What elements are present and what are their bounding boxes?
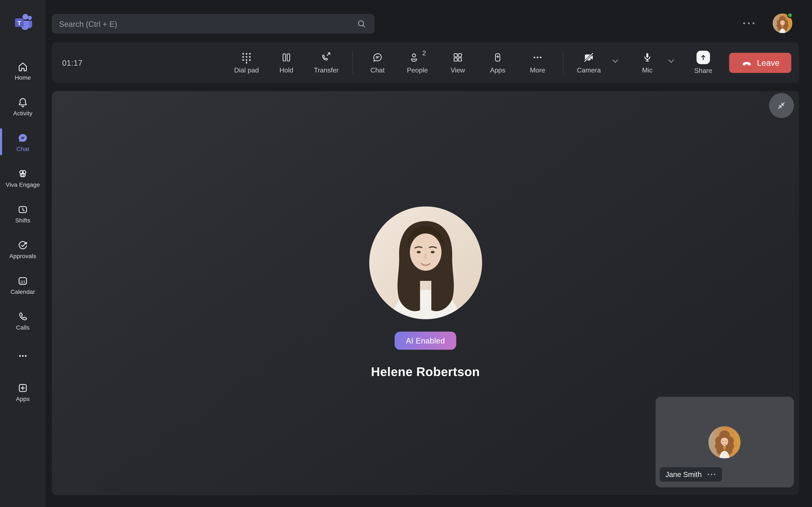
more-dots-icon bbox=[707, 472, 716, 476]
participant-count: 2 bbox=[422, 49, 426, 57]
view-grid-icon bbox=[452, 51, 464, 64]
camera-options-chevron-icon[interactable] bbox=[609, 55, 621, 67]
sidebar-item-label: Approvals bbox=[9, 252, 36, 259]
teams-call-window: T Home Activity bbox=[0, 0, 812, 507]
home-icon bbox=[16, 60, 29, 73]
toolbar-divider bbox=[352, 51, 353, 74]
sidebar-item-label: Viva Engage bbox=[6, 181, 40, 187]
sidebar-item-label: Home bbox=[15, 74, 31, 80]
view-button[interactable]: View bbox=[441, 43, 474, 83]
mic-toggle-button[interactable]: Mic bbox=[631, 43, 664, 83]
sidebar-item-label: Calendar bbox=[11, 288, 35, 294]
bell-icon bbox=[16, 96, 29, 108]
dial-pad-icon bbox=[240, 51, 253, 64]
teams-logo-icon: T bbox=[11, 11, 34, 34]
pip-name-pill: Jane Smith bbox=[660, 467, 722, 482]
camera-toggle-button[interactable]: Camera bbox=[572, 43, 605, 83]
approvals-check-icon bbox=[16, 239, 29, 251]
pip-participant-name: Jane Smith bbox=[665, 470, 702, 478]
hang-up-icon bbox=[741, 57, 752, 69]
main-participant-name: Helene Robertson bbox=[371, 365, 480, 379]
people-icon bbox=[409, 51, 421, 64]
leave-label: Leave bbox=[757, 58, 780, 68]
main-participant-avatar bbox=[369, 207, 482, 319]
sidebar-item-label: Apps bbox=[16, 395, 30, 402]
more-actions-button[interactable]: More bbox=[521, 43, 554, 83]
hold-pause-icon bbox=[280, 51, 293, 64]
avatar-image bbox=[708, 426, 741, 458]
selected-accent-bar bbox=[0, 128, 2, 155]
more-dots-icon bbox=[16, 350, 29, 362]
search-input[interactable] bbox=[59, 19, 356, 28]
sidebar-item-shifts[interactable]: Shifts bbox=[0, 199, 46, 228]
ai-enabled-badge: AI Enabled bbox=[395, 332, 456, 350]
viva-engage-icon bbox=[16, 167, 29, 180]
transfer-button[interactable]: Transfer bbox=[310, 43, 343, 83]
avatar-image bbox=[369, 207, 482, 319]
sidebar-item-approvals[interactable]: Approvals bbox=[0, 234, 46, 263]
chat-bubble-icon bbox=[16, 131, 29, 144]
sidebar-item-viva-engage[interactable]: Viva Engage bbox=[0, 163, 46, 192]
dial-pad-button[interactable]: Dial pad bbox=[230, 43, 263, 83]
apps-plus-icon bbox=[492, 51, 504, 64]
teams-logo: T bbox=[0, 11, 46, 34]
sidebar-item-home[interactable]: Home bbox=[0, 56, 46, 85]
sidebar-item-more[interactable] bbox=[0, 341, 46, 370]
top-bar bbox=[46, 0, 812, 43]
sidebar-item-chat[interactable]: Chat bbox=[0, 127, 46, 156]
sidebar-item-calendar[interactable]: Calendar bbox=[0, 270, 46, 299]
presence-available-dot bbox=[787, 12, 793, 18]
more-dots-icon bbox=[531, 51, 544, 64]
sidebar-item-apps[interactable]: Apps bbox=[0, 377, 46, 406]
apps-button[interactable]: Apps bbox=[481, 43, 514, 83]
sidebar-item-label: Shifts bbox=[15, 217, 31, 223]
sidebar-nav: Home Activity Chat bbox=[0, 56, 46, 406]
camera-off-icon bbox=[582, 51, 595, 64]
account-avatar[interactable] bbox=[773, 13, 792, 33]
leave-call-button[interactable]: Leave bbox=[729, 53, 791, 73]
people-panel-button[interactable]: 2 People bbox=[401, 43, 434, 83]
window-more-menu-button[interactable] bbox=[742, 17, 756, 30]
mic-options-chevron-icon[interactable] bbox=[665, 55, 677, 67]
hold-button[interactable]: Hold bbox=[270, 43, 303, 83]
sidebar-item-label: Activity bbox=[13, 110, 32, 116]
sidebar-item-activity[interactable]: Activity bbox=[0, 92, 46, 120]
chat-bubble-icon bbox=[371, 51, 384, 64]
main-participant: AI Enabled Helene Robertson bbox=[52, 91, 799, 379]
phone-icon bbox=[16, 310, 29, 323]
chat-panel-button[interactable]: Chat bbox=[361, 43, 394, 83]
mic-icon bbox=[641, 51, 654, 64]
self-video-tile[interactable]: Jane Smith bbox=[656, 397, 794, 487]
apps-plus-icon bbox=[16, 382, 29, 394]
transfer-call-icon bbox=[320, 51, 333, 64]
shifts-clock-icon bbox=[16, 203, 29, 216]
pip-more-options-button[interactable] bbox=[707, 472, 716, 476]
svg-text:T: T bbox=[17, 20, 21, 26]
more-dots-icon bbox=[742, 21, 756, 26]
call-timer: 01:17 bbox=[62, 43, 83, 83]
share-button[interactable]: Share bbox=[687, 43, 720, 83]
pip-participant-avatar bbox=[708, 426, 741, 458]
call-stage: AI Enabled Helene Robertson bbox=[52, 91, 799, 495]
share-arrow-icon bbox=[697, 51, 710, 64]
search-icon bbox=[356, 18, 367, 30]
calendar-icon bbox=[16, 274, 29, 287]
sidebar-item-label: Calls bbox=[16, 324, 30, 330]
toolbar-divider bbox=[563, 51, 563, 74]
call-toolbar: 01:17 Dial pad Hold bbox=[52, 43, 799, 83]
sidebar-item-calls[interactable]: Calls bbox=[0, 306, 46, 335]
sidebar-item-label: Chat bbox=[16, 146, 29, 152]
search-box[interactable] bbox=[52, 14, 374, 34]
app-sidebar: T Home Activity bbox=[0, 0, 46, 507]
